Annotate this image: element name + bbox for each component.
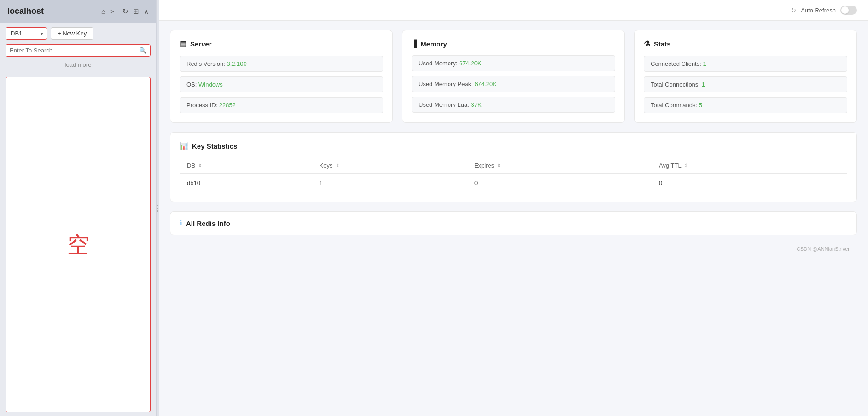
- info-cards-row: ▤ Server Redis Version: 3.2.100 OS: Wind…: [170, 30, 857, 123]
- stats-icon: ⚗: [644, 40, 650, 48]
- process-id-value: 22852: [219, 102, 236, 109]
- refresh-icon[interactable]: ↻: [122, 7, 128, 16]
- stats-card-title: ⚗ Stats: [644, 40, 847, 48]
- row-expires: 0: [467, 174, 652, 192]
- used-memory-lua-row: Used Memory Lua: 37K: [412, 97, 615, 113]
- search-input[interactable]: [10, 47, 139, 54]
- keys-sort-icon[interactable]: ⇕: [336, 163, 339, 168]
- used-memory-label: Used Memory:: [419, 60, 459, 67]
- row-avg-ttl: 0: [652, 174, 847, 192]
- db-select[interactable]: DB0 DB1 DB2 DB3 DB4 DB5 DB6 DB7 DB8 DB9 …: [6, 27, 47, 40]
- all-redis-title: All Redis Info: [186, 220, 230, 227]
- memory-card-title: ▐ Memory: [412, 40, 615, 48]
- sidebar-header-icons: ⌂ >_ ↻ ⊞ ∧: [101, 7, 149, 16]
- auto-refresh-label: Auto Refresh: [801, 7, 836, 14]
- collapse-icon[interactable]: ∧: [144, 7, 149, 16]
- total-commands-row: Total Commands: 5: [644, 97, 847, 113]
- auto-refresh-toggle[interactable]: [840, 6, 857, 15]
- toggle-knob: [841, 6, 849, 14]
- row-keys: 1: [312, 174, 467, 192]
- server-card: ▤ Server Redis Version: 3.2.100 OS: Wind…: [170, 30, 393, 123]
- total-connections-row: Total Connections: 1: [644, 76, 847, 92]
- col-avg-ttl: Avg TTL ⇕: [652, 157, 847, 174]
- terminal-icon[interactable]: >_: [110, 7, 118, 15]
- sidebar-controls: DB0 DB1 DB2 DB3 DB4 DB5 DB6 DB7 DB8 DB9 …: [0, 23, 156, 44]
- process-id-row: Process ID: 22852: [180, 97, 383, 113]
- key-statistics-table: DB ⇕ Keys ⇕ Expires: [180, 157, 847, 192]
- col-db: DB ⇕: [180, 157, 312, 174]
- key-list: 空: [6, 77, 151, 412]
- used-memory-peak-value: 674.20K: [474, 81, 496, 87]
- connected-clients-value: 1: [703, 60, 706, 67]
- connected-clients-row: Connected Clients: 1: [644, 56, 847, 72]
- os-value: Windows: [198, 81, 223, 88]
- redis-version-label: Redis Version:: [186, 60, 227, 67]
- total-connections-label: Total Connections:: [651, 81, 702, 88]
- total-commands-value: 5: [699, 102, 702, 109]
- footer-attribution: CSDN @ANNianStriver: [170, 244, 857, 255]
- used-memory-row: Used Memory: 674.20K: [412, 55, 615, 71]
- stats-card: ⚗ Stats Connected Clients: 1 Total Conne…: [634, 30, 857, 123]
- auto-refresh-icon: ↻: [791, 7, 796, 14]
- os-row: OS: Windows: [180, 76, 383, 92]
- used-memory-peak-row: Used Memory Peak: 674.20K: [412, 76, 615, 92]
- used-memory-peak-label: Used Memory Peak:: [419, 81, 474, 87]
- search-icon: 🔍: [139, 47, 146, 54]
- row-db: db10: [180, 174, 312, 192]
- grid-icon[interactable]: ⊞: [133, 7, 139, 16]
- bar-chart-icon: 📊: [180, 142, 188, 150]
- search-box-wrap: 🔍: [6, 44, 151, 57]
- table-row: db10 1 0 0: [180, 174, 847, 192]
- memory-card: ▐ Memory Used Memory: 674.20K Used Memor…: [402, 30, 625, 123]
- used-memory-lua-label: Used Memory Lua:: [419, 101, 471, 108]
- col-expires: Expires ⇕: [467, 157, 652, 174]
- sidebar-title: localhost: [7, 6, 44, 16]
- new-key-button[interactable]: + New Key: [51, 27, 93, 40]
- server-icon: ▤: [180, 40, 186, 48]
- col-keys: Keys ⇕: [312, 157, 467, 174]
- key-statistics-card: 📊 Key Statistics DB ⇕ Key: [170, 132, 857, 202]
- load-more-button[interactable]: load more: [0, 57, 156, 73]
- main-panel: ↻ Auto Refresh ▤ Server Redis Version: 3…: [159, 0, 868, 416]
- server-card-title: ▤ Server: [180, 40, 383, 48]
- empty-indicator: 空: [67, 230, 89, 260]
- sidebar: localhost ⌂ >_ ↻ ⊞ ∧ DB0 DB1 DB2 DB3 DB4…: [0, 0, 157, 416]
- home-icon[interactable]: ⌂: [101, 7, 105, 15]
- divider-dots: [157, 205, 158, 212]
- info-icon: ℹ: [180, 219, 182, 227]
- key-statistics-title: 📊 Key Statistics: [180, 142, 847, 150]
- all-redis-info-card: ℹ All Redis Info: [170, 211, 857, 235]
- used-memory-value: 674.20K: [459, 60, 481, 67]
- main-header: ↻ Auto Refresh: [159, 0, 868, 21]
- expires-sort-icon[interactable]: ⇕: [497, 163, 501, 168]
- redis-version-row: Redis Version: 3.2.100: [180, 56, 383, 72]
- db-sort-icon[interactable]: ⇕: [198, 163, 202, 168]
- main-content: ▤ Server Redis Version: 3.2.100 OS: Wind…: [159, 21, 868, 265]
- avg-ttl-sort-icon[interactable]: ⇕: [684, 163, 688, 168]
- os-label: OS:: [186, 81, 198, 88]
- memory-icon: ▐: [412, 40, 417, 48]
- total-connections-value: 1: [702, 81, 705, 88]
- process-id-label: Process ID:: [186, 102, 219, 109]
- total-commands-label: Total Commands:: [651, 102, 699, 109]
- connected-clients-label: Connected Clients:: [651, 60, 703, 67]
- redis-version-value: 3.2.100: [227, 60, 246, 67]
- used-memory-lua-value: 37K: [471, 101, 481, 108]
- sidebar-header: localhost ⌂ >_ ↻ ⊞ ∧: [0, 0, 156, 23]
- db-select-wrap: DB0 DB1 DB2 DB3 DB4 DB5 DB6 DB7 DB8 DB9 …: [6, 27, 47, 40]
